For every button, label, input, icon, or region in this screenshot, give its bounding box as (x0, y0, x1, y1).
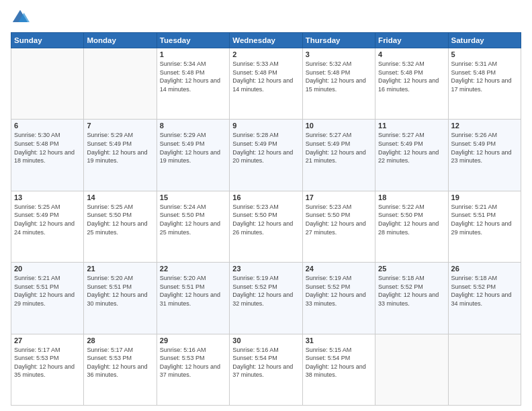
calendar-cell: 24Sunrise: 5:19 AM Sunset: 5:52 PM Dayli… (302, 263, 375, 334)
calendar-cell: 5Sunrise: 5:31 AM Sunset: 5:48 PM Daylig… (448, 48, 521, 120)
day-info: Sunrise: 5:27 AM Sunset: 5:49 PM Dayligh… (306, 131, 372, 165)
calendar-cell: 3Sunrise: 5:32 AM Sunset: 5:48 PM Daylig… (302, 48, 375, 120)
day-number: 11 (378, 122, 445, 130)
day-info: Sunrise: 5:19 AM Sunset: 5:52 PM Dayligh… (232, 274, 299, 308)
day-info: Sunrise: 5:17 AM Sunset: 5:53 PM Dayligh… (14, 346, 81, 379)
calendar-cell: 21Sunrise: 5:20 AM Sunset: 5:51 PM Dayli… (84, 263, 157, 334)
day-number: 28 (87, 336, 153, 345)
calendar-cell: 16Sunrise: 5:23 AM Sunset: 5:50 PM Dayli… (230, 191, 302, 262)
calendar-cell: 11Sunrise: 5:27 AM Sunset: 5:49 PM Dayli… (375, 120, 448, 191)
day-number: 22 (160, 265, 226, 273)
day-number: 20 (14, 265, 81, 273)
day-info: Sunrise: 5:27 AM Sunset: 5:49 PM Dayligh… (378, 131, 445, 165)
calendar-cell: 28Sunrise: 5:17 AM Sunset: 5:53 PM Dayli… (84, 334, 157, 405)
day-of-week-header: Friday (375, 33, 448, 48)
day-of-week-header: Tuesday (157, 33, 229, 48)
logo (11, 8, 32, 27)
day-info: Sunrise: 5:19 AM Sunset: 5:52 PM Dayligh… (306, 274, 372, 308)
calendar-cell (84, 48, 157, 120)
day-number: 9 (232, 122, 299, 130)
day-number: 30 (232, 336, 299, 345)
day-info: Sunrise: 5:17 AM Sunset: 5:53 PM Dayligh… (87, 346, 153, 379)
calendar-cell: 9Sunrise: 5:28 AM Sunset: 5:49 PM Daylig… (230, 120, 302, 191)
day-info: Sunrise: 5:16 AM Sunset: 5:54 PM Dayligh… (232, 346, 299, 379)
day-number: 4 (378, 50, 445, 58)
logo-icon (11, 8, 30, 27)
day-number: 5 (451, 50, 518, 58)
day-number: 2 (232, 50, 299, 58)
day-of-week-header: Monday (84, 33, 157, 48)
calendar-cell: 19Sunrise: 5:21 AM Sunset: 5:51 PM Dayli… (448, 191, 521, 262)
day-info: Sunrise: 5:29 AM Sunset: 5:49 PM Dayligh… (160, 131, 226, 165)
calendar-cell: 17Sunrise: 5:23 AM Sunset: 5:50 PM Dayli… (302, 191, 375, 262)
calendar-cell: 13Sunrise: 5:25 AM Sunset: 5:49 PM Dayli… (11, 191, 84, 262)
day-info: Sunrise: 5:15 AM Sunset: 5:54 PM Dayligh… (306, 346, 372, 379)
calendar-week-row: 27Sunrise: 5:17 AM Sunset: 5:53 PM Dayli… (11, 334, 521, 405)
calendar-cell: 30Sunrise: 5:16 AM Sunset: 5:54 PM Dayli… (230, 334, 302, 405)
calendar-week-row: 1Sunrise: 5:34 AM Sunset: 5:48 PM Daylig… (11, 48, 521, 120)
calendar-cell (448, 334, 521, 405)
day-number: 16 (232, 193, 299, 201)
day-of-week-header: Wednesday (230, 33, 302, 48)
day-number: 26 (451, 265, 518, 273)
day-info: Sunrise: 5:18 AM Sunset: 5:52 PM Dayligh… (378, 274, 445, 308)
calendar-cell: 1Sunrise: 5:34 AM Sunset: 5:48 PM Daylig… (157, 48, 229, 120)
calendar-cell: 29Sunrise: 5:16 AM Sunset: 5:53 PM Dayli… (157, 334, 229, 405)
day-number: 24 (306, 265, 372, 273)
day-number: 17 (306, 193, 372, 201)
day-number: 25 (378, 265, 445, 273)
day-info: Sunrise: 5:25 AM Sunset: 5:50 PM Dayligh… (87, 203, 153, 236)
day-info: Sunrise: 5:31 AM Sunset: 5:48 PM Dayligh… (451, 60, 518, 93)
calendar-cell: 10Sunrise: 5:27 AM Sunset: 5:49 PM Dayli… (302, 120, 375, 191)
day-number: 15 (160, 193, 226, 201)
day-number: 12 (451, 122, 518, 130)
day-info: Sunrise: 5:32 AM Sunset: 5:48 PM Dayligh… (306, 60, 372, 93)
calendar-cell (11, 48, 84, 120)
calendar-cell: 12Sunrise: 5:26 AM Sunset: 5:49 PM Dayli… (448, 120, 521, 191)
calendar-week-row: 20Sunrise: 5:21 AM Sunset: 5:51 PM Dayli… (11, 263, 521, 334)
day-info: Sunrise: 5:18 AM Sunset: 5:52 PM Dayligh… (451, 274, 518, 308)
header (11, 8, 521, 27)
calendar-cell: 4Sunrise: 5:32 AM Sunset: 5:48 PM Daylig… (375, 48, 448, 120)
calendar-cell: 31Sunrise: 5:15 AM Sunset: 5:54 PM Dayli… (302, 334, 375, 405)
calendar-cell: 27Sunrise: 5:17 AM Sunset: 5:53 PM Dayli… (11, 334, 84, 405)
day-of-week-header: Thursday (302, 33, 375, 48)
calendar-cell: 14Sunrise: 5:25 AM Sunset: 5:50 PM Dayli… (84, 191, 157, 262)
day-number: 10 (306, 122, 372, 130)
calendar-cell: 2Sunrise: 5:33 AM Sunset: 5:48 PM Daylig… (230, 48, 302, 120)
calendar-header-row: SundayMondayTuesdayWednesdayThursdayFrid… (11, 33, 521, 48)
calendar-cell: 26Sunrise: 5:18 AM Sunset: 5:52 PM Dayli… (448, 263, 521, 334)
calendar-table: SundayMondayTuesdayWednesdayThursdayFrid… (11, 32, 521, 406)
day-info: Sunrise: 5:34 AM Sunset: 5:48 PM Dayligh… (160, 60, 226, 93)
day-info: Sunrise: 5:29 AM Sunset: 5:49 PM Dayligh… (87, 131, 153, 165)
day-info: Sunrise: 5:23 AM Sunset: 5:50 PM Dayligh… (306, 203, 372, 236)
day-number: 13 (14, 193, 81, 201)
day-of-week-header: Saturday (448, 33, 521, 48)
day-info: Sunrise: 5:20 AM Sunset: 5:51 PM Dayligh… (160, 274, 226, 308)
day-number: 21 (87, 265, 153, 273)
calendar-cell (375, 334, 448, 405)
day-info: Sunrise: 5:28 AM Sunset: 5:49 PM Dayligh… (232, 131, 299, 165)
day-info: Sunrise: 5:30 AM Sunset: 5:48 PM Dayligh… (14, 131, 81, 165)
day-number: 14 (87, 193, 153, 201)
calendar-cell: 23Sunrise: 5:19 AM Sunset: 5:52 PM Dayli… (230, 263, 302, 334)
calendar-cell: 8Sunrise: 5:29 AM Sunset: 5:49 PM Daylig… (157, 120, 229, 191)
page: SundayMondayTuesdayWednesdayThursdayFrid… (0, 0, 532, 411)
day-number: 8 (160, 122, 226, 130)
day-info: Sunrise: 5:22 AM Sunset: 5:50 PM Dayligh… (378, 203, 445, 236)
calendar-week-row: 13Sunrise: 5:25 AM Sunset: 5:49 PM Dayli… (11, 191, 521, 262)
calendar-cell: 6Sunrise: 5:30 AM Sunset: 5:48 PM Daylig… (11, 120, 84, 191)
day-number: 7 (87, 122, 153, 130)
day-info: Sunrise: 5:20 AM Sunset: 5:51 PM Dayligh… (87, 274, 153, 308)
day-number: 27 (14, 336, 81, 345)
day-info: Sunrise: 5:21 AM Sunset: 5:51 PM Dayligh… (451, 203, 518, 236)
day-info: Sunrise: 5:25 AM Sunset: 5:49 PM Dayligh… (14, 203, 81, 236)
day-number: 29 (160, 336, 226, 345)
day-info: Sunrise: 5:32 AM Sunset: 5:48 PM Dayligh… (378, 60, 445, 93)
day-of-week-header: Sunday (11, 33, 84, 48)
day-info: Sunrise: 5:33 AM Sunset: 5:48 PM Dayligh… (232, 60, 299, 93)
calendar-cell: 7Sunrise: 5:29 AM Sunset: 5:49 PM Daylig… (84, 120, 157, 191)
calendar-cell: 18Sunrise: 5:22 AM Sunset: 5:50 PM Dayli… (375, 191, 448, 262)
calendar-week-row: 6Sunrise: 5:30 AM Sunset: 5:48 PM Daylig… (11, 120, 521, 191)
day-number: 18 (378, 193, 445, 201)
